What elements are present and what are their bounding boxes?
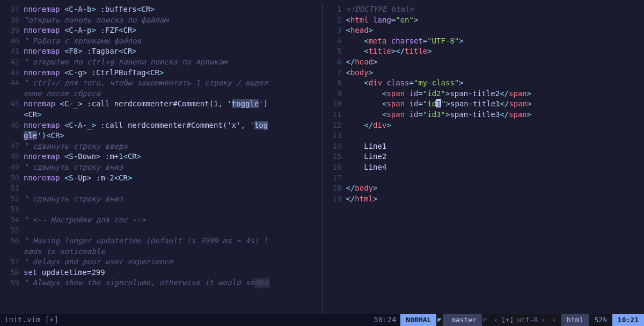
code-line[interactable]: " сдвинуть строку вниз <box>24 162 322 173</box>
code-line[interactable]: Line1 <box>346 141 645 152</box>
code-line[interactable]: " сдвинуть строку вниз <box>24 194 322 205</box>
line-number <box>0 89 19 99</box>
line-number: 7 <box>323 68 342 78</box>
code-line[interactable]: nnoremap <S-Up> :m-2<CR> <box>24 173 322 184</box>
code-line[interactable]: " ctrl+/ для того, чтобы закомментить 1 … <box>24 78 322 89</box>
code-line[interactable]: <span id="id1">span-title1</span> <box>346 99 645 110</box>
mode-indicator: NORMAL <box>400 314 436 326</box>
line-number: 19 <box>323 194 342 205</box>
line-number: 9 <box>323 89 342 99</box>
angle-left-icon: ‹ <box>552 315 556 325</box>
line-number: 59 <box>0 278 19 288</box>
angle-left-icon: ‹ <box>541 315 545 325</box>
code-line[interactable]: </div> <box>346 120 645 131</box>
line-number: 46 <box>0 120 19 131</box>
code-line[interactable]: " Having longer updatetime (default is 3… <box>24 236 322 247</box>
line-number: 3 <box>323 25 342 36</box>
right-code[interactable]: <!DOCTYPE html><html lang="en"><head> <m… <box>346 4 645 314</box>
line-number: 13 <box>323 131 342 141</box>
code-line[interactable]: nnoremap <S-Down> :m+1<CR> <box>24 151 322 162</box>
code-line[interactable]: <!DOCTYPE html> <box>346 4 645 15</box>
code-line[interactable]: gle')<CR> <box>24 131 322 141</box>
code-line[interactable]: nnoremap <C-g> :CtrlPBufTag<CR> <box>24 68 322 78</box>
code-line[interactable]: Line2 <box>346 151 645 162</box>
code-line[interactable]: </html> <box>346 194 645 205</box>
inactive-filename: init.vim [+] <box>4 315 58 325</box>
line-number: 6 <box>323 57 342 68</box>
line-number: 55 <box>0 225 19 236</box>
code-line[interactable] <box>24 225 322 236</box>
code-line[interactable]: <meta charset="UTF-8"> <box>346 36 645 47</box>
line-number: 1 <box>323 4 342 15</box>
code-line[interactable]: nnoremap <C-A-p> :FZF<CR> <box>24 25 322 36</box>
code-line[interactable]: nnoremap <C-A-_> :call nerdcommenter#Com… <box>24 120 322 131</box>
line-number: 48 <box>0 151 19 162</box>
line-number: 52 <box>0 194 19 205</box>
line-number: 11 <box>323 110 342 120</box>
code-line[interactable]: <span id="id3">span-title3</span> <box>346 110 645 120</box>
line-number: 18 <box>323 183 342 194</box>
code-line[interactable]: nnoremap <F8> :Tagbar<CR> <box>24 46 322 57</box>
line-number: 10 <box>323 99 342 110</box>
code-line[interactable]: <CR> <box>24 110 322 120</box>
code-line[interactable]: <div class="my-class"> <box>346 78 645 89</box>
code-line[interactable]: " delays and poor user experience <box>24 257 322 267</box>
code-line[interactable]: " сдвинуть строку вверх <box>24 141 322 152</box>
code-line[interactable]: </head> <box>346 57 645 68</box>
line-number <box>0 110 19 120</box>
line-number: 2 <box>323 15 342 26</box>
line-number: 58 <box>0 267 19 278</box>
code-line[interactable]: "открыть панель поиска по файлам <box>24 15 322 26</box>
code-line[interactable]: <html lang="en"> <box>346 15 645 26</box>
code-line[interactable]: nnoremap <C-A-b> :buffers<CR> <box>24 4 322 15</box>
line-number: 44 <box>0 78 19 89</box>
code-line[interactable] <box>346 173 645 184</box>
line-number: 53 <box>0 204 19 215</box>
filetype-segment: html <box>561 314 589 326</box>
right-gutter: 12345678910111213141516171819 <box>323 4 346 314</box>
code-line[interactable]: <body> <box>346 68 645 78</box>
active-status: NORMAL ◤ master ◤ ‹ [+] utf-8 ‹ ‹ html 5… <box>400 314 644 326</box>
line-number: 51 <box>0 183 19 194</box>
code-line[interactable]: eads to noticeable <box>24 247 322 257</box>
code-line[interactable]: " Работа с ярлыками файлов <box>24 36 322 47</box>
separator-icon: ◤ <box>436 315 443 325</box>
line-number: 4 <box>323 36 342 47</box>
code-line[interactable]: <head> <box>346 25 645 36</box>
code-line[interactable] <box>24 204 322 215</box>
code-line[interactable]: <title></title> <box>346 46 645 57</box>
line-number: 39 <box>0 25 19 36</box>
line-number <box>0 247 19 257</box>
git-branch: master <box>443 314 482 326</box>
left-pane[interactable]: 3738394041424344454647484950515253545556… <box>0 4 323 314</box>
code-line[interactable]: </body> <box>346 183 645 194</box>
line-number: 16 <box>323 162 342 173</box>
code-line[interactable]: ение после сброса <box>24 89 322 99</box>
code-line[interactable]: " <-- Настройки для coc --> <box>24 215 322 226</box>
status-line: init.vim [+] 50:24 NORMAL ◤ master ◤ ‹ [… <box>0 314 644 326</box>
right-pane[interactable]: 12345678910111213141516171819 <!DOCTYPE … <box>323 4 645 314</box>
scroll-percent: 52% <box>589 314 612 326</box>
line-number: 54 <box>0 215 19 226</box>
line-number: 50 <box>0 173 19 184</box>
angle-left-icon: ‹ <box>494 315 498 325</box>
line-number: 43 <box>0 68 19 78</box>
line-number <box>0 131 19 141</box>
code-line[interactable] <box>346 131 645 141</box>
code-line[interactable]: noremap <C-_> :call nerdcommenter#Commen… <box>24 99 322 110</box>
file-flags: ‹ [+] utf-8 ‹ ‹ <box>488 314 561 326</box>
line-number: 45 <box>0 99 19 110</box>
filetype-label: html <box>567 315 583 325</box>
code-line[interactable]: " Always show the signcolumn, otherwise … <box>24 278 322 288</box>
left-code[interactable]: nnoremap <C-A-b> :buffers<CR>"открыть па… <box>24 4 322 314</box>
line-number: 40 <box>0 36 19 47</box>
left-gutter: 3738394041424344454647484950515253545556… <box>0 4 24 314</box>
code-line[interactable]: " открытие по ctrl+g панели поиска по яр… <box>24 57 322 68</box>
code-line[interactable]: <span id="id2">span-title2</span> <box>346 89 645 99</box>
code-line[interactable]: set updatetime=299 <box>24 267 322 278</box>
code-line[interactable]: Line4 <box>346 162 645 173</box>
line-number: 56 <box>0 236 19 247</box>
code-line[interactable] <box>24 183 322 194</box>
window-top-bar <box>0 0 644 4</box>
line-number: 41 <box>0 46 19 57</box>
